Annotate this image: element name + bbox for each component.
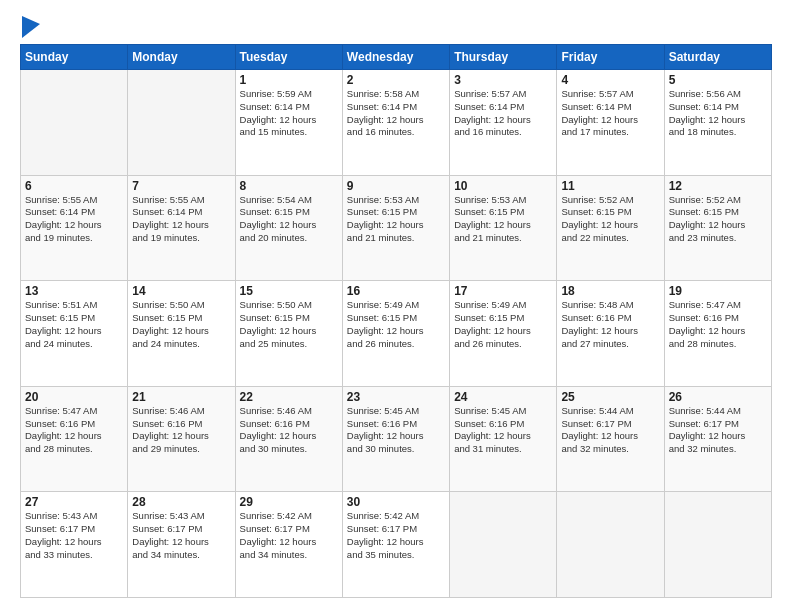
table-row: 14Sunrise: 5:50 AM Sunset: 6:15 PM Dayli… bbox=[128, 281, 235, 387]
logo bbox=[20, 18, 40, 34]
day-info: Sunrise: 5:43 AM Sunset: 6:17 PM Dayligh… bbox=[132, 510, 230, 561]
day-number: 23 bbox=[347, 390, 445, 404]
table-row: 18Sunrise: 5:48 AM Sunset: 6:16 PM Dayli… bbox=[557, 281, 664, 387]
day-number: 29 bbox=[240, 495, 338, 509]
table-row: 27Sunrise: 5:43 AM Sunset: 6:17 PM Dayli… bbox=[21, 492, 128, 598]
table-row bbox=[557, 492, 664, 598]
table-row: 6Sunrise: 5:55 AM Sunset: 6:14 PM Daylig… bbox=[21, 175, 128, 281]
day-info: Sunrise: 5:49 AM Sunset: 6:15 PM Dayligh… bbox=[454, 299, 552, 350]
col-friday: Friday bbox=[557, 45, 664, 70]
day-info: Sunrise: 5:45 AM Sunset: 6:16 PM Dayligh… bbox=[347, 405, 445, 456]
calendar-week-row: 13Sunrise: 5:51 AM Sunset: 6:15 PM Dayli… bbox=[21, 281, 772, 387]
col-tuesday: Tuesday bbox=[235, 45, 342, 70]
day-number: 20 bbox=[25, 390, 123, 404]
day-number: 18 bbox=[561, 284, 659, 298]
day-info: Sunrise: 5:50 AM Sunset: 6:15 PM Dayligh… bbox=[132, 299, 230, 350]
table-row: 20Sunrise: 5:47 AM Sunset: 6:16 PM Dayli… bbox=[21, 386, 128, 492]
table-row: 29Sunrise: 5:42 AM Sunset: 6:17 PM Dayli… bbox=[235, 492, 342, 598]
day-info: Sunrise: 5:55 AM Sunset: 6:14 PM Dayligh… bbox=[132, 194, 230, 245]
table-row: 23Sunrise: 5:45 AM Sunset: 6:16 PM Dayli… bbox=[342, 386, 449, 492]
day-number: 19 bbox=[669, 284, 767, 298]
day-info: Sunrise: 5:44 AM Sunset: 6:17 PM Dayligh… bbox=[561, 405, 659, 456]
day-info: Sunrise: 5:58 AM Sunset: 6:14 PM Dayligh… bbox=[347, 88, 445, 139]
day-number: 15 bbox=[240, 284, 338, 298]
day-info: Sunrise: 5:46 AM Sunset: 6:16 PM Dayligh… bbox=[240, 405, 338, 456]
header bbox=[20, 18, 772, 34]
table-row: 30Sunrise: 5:42 AM Sunset: 6:17 PM Dayli… bbox=[342, 492, 449, 598]
day-info: Sunrise: 5:52 AM Sunset: 6:15 PM Dayligh… bbox=[561, 194, 659, 245]
day-number: 11 bbox=[561, 179, 659, 193]
day-info: Sunrise: 5:50 AM Sunset: 6:15 PM Dayligh… bbox=[240, 299, 338, 350]
day-number: 28 bbox=[132, 495, 230, 509]
day-number: 12 bbox=[669, 179, 767, 193]
table-row: 22Sunrise: 5:46 AM Sunset: 6:16 PM Dayli… bbox=[235, 386, 342, 492]
day-number: 30 bbox=[347, 495, 445, 509]
calendar-week-row: 1Sunrise: 5:59 AM Sunset: 6:14 PM Daylig… bbox=[21, 70, 772, 176]
table-row: 15Sunrise: 5:50 AM Sunset: 6:15 PM Dayli… bbox=[235, 281, 342, 387]
table-row: 16Sunrise: 5:49 AM Sunset: 6:15 PM Dayli… bbox=[342, 281, 449, 387]
day-info: Sunrise: 5:53 AM Sunset: 6:15 PM Dayligh… bbox=[454, 194, 552, 245]
day-number: 10 bbox=[454, 179, 552, 193]
day-info: Sunrise: 5:45 AM Sunset: 6:16 PM Dayligh… bbox=[454, 405, 552, 456]
day-info: Sunrise: 5:42 AM Sunset: 6:17 PM Dayligh… bbox=[347, 510, 445, 561]
day-info: Sunrise: 5:57 AM Sunset: 6:14 PM Dayligh… bbox=[561, 88, 659, 139]
table-row: 24Sunrise: 5:45 AM Sunset: 6:16 PM Dayli… bbox=[450, 386, 557, 492]
day-number: 9 bbox=[347, 179, 445, 193]
day-info: Sunrise: 5:43 AM Sunset: 6:17 PM Dayligh… bbox=[25, 510, 123, 561]
day-number: 13 bbox=[25, 284, 123, 298]
day-number: 25 bbox=[561, 390, 659, 404]
day-info: Sunrise: 5:46 AM Sunset: 6:16 PM Dayligh… bbox=[132, 405, 230, 456]
table-row bbox=[128, 70, 235, 176]
col-saturday: Saturday bbox=[664, 45, 771, 70]
day-number: 4 bbox=[561, 73, 659, 87]
day-info: Sunrise: 5:47 AM Sunset: 6:16 PM Dayligh… bbox=[669, 299, 767, 350]
svg-marker-0 bbox=[22, 16, 40, 38]
table-row: 13Sunrise: 5:51 AM Sunset: 6:15 PM Dayli… bbox=[21, 281, 128, 387]
day-number: 26 bbox=[669, 390, 767, 404]
logo-icon bbox=[22, 16, 40, 38]
day-number: 3 bbox=[454, 73, 552, 87]
day-info: Sunrise: 5:54 AM Sunset: 6:15 PM Dayligh… bbox=[240, 194, 338, 245]
day-info: Sunrise: 5:52 AM Sunset: 6:15 PM Dayligh… bbox=[669, 194, 767, 245]
table-row: 7Sunrise: 5:55 AM Sunset: 6:14 PM Daylig… bbox=[128, 175, 235, 281]
table-row: 8Sunrise: 5:54 AM Sunset: 6:15 PM Daylig… bbox=[235, 175, 342, 281]
col-monday: Monday bbox=[128, 45, 235, 70]
calendar-week-row: 6Sunrise: 5:55 AM Sunset: 6:14 PM Daylig… bbox=[21, 175, 772, 281]
table-row: 21Sunrise: 5:46 AM Sunset: 6:16 PM Dayli… bbox=[128, 386, 235, 492]
calendar-table: Sunday Monday Tuesday Wednesday Thursday… bbox=[20, 44, 772, 598]
day-info: Sunrise: 5:59 AM Sunset: 6:14 PM Dayligh… bbox=[240, 88, 338, 139]
page: Sunday Monday Tuesday Wednesday Thursday… bbox=[0, 0, 792, 612]
day-number: 2 bbox=[347, 73, 445, 87]
day-number: 21 bbox=[132, 390, 230, 404]
day-number: 6 bbox=[25, 179, 123, 193]
day-number: 22 bbox=[240, 390, 338, 404]
table-row: 10Sunrise: 5:53 AM Sunset: 6:15 PM Dayli… bbox=[450, 175, 557, 281]
table-row: 11Sunrise: 5:52 AM Sunset: 6:15 PM Dayli… bbox=[557, 175, 664, 281]
calendar-week-row: 20Sunrise: 5:47 AM Sunset: 6:16 PM Dayli… bbox=[21, 386, 772, 492]
day-number: 7 bbox=[132, 179, 230, 193]
table-row: 26Sunrise: 5:44 AM Sunset: 6:17 PM Dayli… bbox=[664, 386, 771, 492]
day-number: 17 bbox=[454, 284, 552, 298]
day-info: Sunrise: 5:48 AM Sunset: 6:16 PM Dayligh… bbox=[561, 299, 659, 350]
day-info: Sunrise: 5:47 AM Sunset: 6:16 PM Dayligh… bbox=[25, 405, 123, 456]
day-number: 16 bbox=[347, 284, 445, 298]
table-row: 17Sunrise: 5:49 AM Sunset: 6:15 PM Dayli… bbox=[450, 281, 557, 387]
day-number: 27 bbox=[25, 495, 123, 509]
col-wednesday: Wednesday bbox=[342, 45, 449, 70]
day-number: 1 bbox=[240, 73, 338, 87]
table-row: 9Sunrise: 5:53 AM Sunset: 6:15 PM Daylig… bbox=[342, 175, 449, 281]
day-info: Sunrise: 5:44 AM Sunset: 6:17 PM Dayligh… bbox=[669, 405, 767, 456]
table-row bbox=[21, 70, 128, 176]
day-info: Sunrise: 5:49 AM Sunset: 6:15 PM Dayligh… bbox=[347, 299, 445, 350]
day-number: 8 bbox=[240, 179, 338, 193]
day-number: 14 bbox=[132, 284, 230, 298]
table-row bbox=[450, 492, 557, 598]
table-row: 3Sunrise: 5:57 AM Sunset: 6:14 PM Daylig… bbox=[450, 70, 557, 176]
day-info: Sunrise: 5:51 AM Sunset: 6:15 PM Dayligh… bbox=[25, 299, 123, 350]
table-row: 4Sunrise: 5:57 AM Sunset: 6:14 PM Daylig… bbox=[557, 70, 664, 176]
day-info: Sunrise: 5:53 AM Sunset: 6:15 PM Dayligh… bbox=[347, 194, 445, 245]
col-thursday: Thursday bbox=[450, 45, 557, 70]
calendar-header-row: Sunday Monday Tuesday Wednesday Thursday… bbox=[21, 45, 772, 70]
table-row: 2Sunrise: 5:58 AM Sunset: 6:14 PM Daylig… bbox=[342, 70, 449, 176]
day-info: Sunrise: 5:55 AM Sunset: 6:14 PM Dayligh… bbox=[25, 194, 123, 245]
